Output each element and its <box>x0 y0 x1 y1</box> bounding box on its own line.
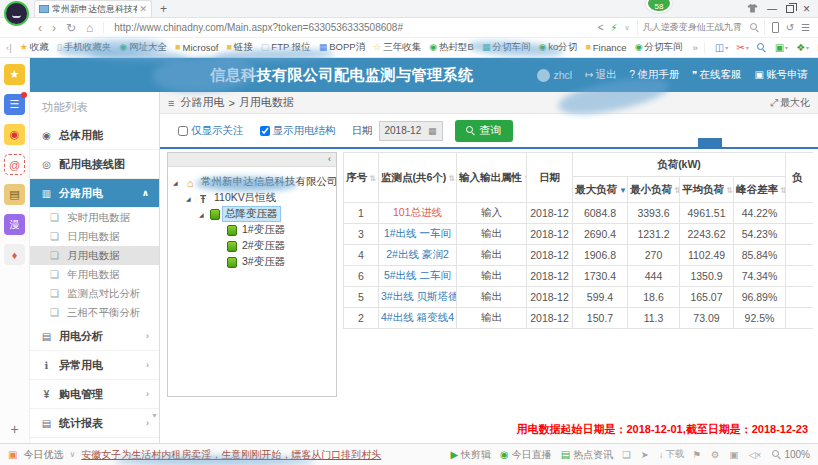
extension-icon[interactable]: ▣ ▾ <box>775 42 788 53</box>
close-icon[interactable]: × <box>803 2 810 16</box>
menu-icon[interactable]: ☰ <box>801 22 810 33</box>
col-rate[interactable]: 峰谷差率⇅ <box>734 177 786 203</box>
sidebar-app-icon[interactable]: 漫 <box>4 214 25 235</box>
boost-icon[interactable]: ⚡ <box>610 22 617 33</box>
speed-badge[interactable]: 58 <box>646 0 672 13</box>
col-seq[interactable]: 序号⇅ <box>344 153 379 203</box>
bookmark-item[interactable]: ◉ 热封型B <box>425 41 478 54</box>
chevron-down-icon[interactable]: ∨ <box>625 24 630 32</box>
skin-icon[interactable] <box>747 4 758 13</box>
table-row[interactable]: 3 1#出线 一车间 输出 2018-12 2690.4 1231.2 2243… <box>344 224 814 245</box>
status-feature-link[interactable]: ◉ 今日直播 <box>500 448 552 462</box>
date-input[interactable]: 2018-12 ▦ <box>379 121 443 141</box>
gift-icon[interactable]: ▣ <box>8 449 17 460</box>
bookmark-item[interactable]: ◉ 网址大全 <box>115 41 171 54</box>
maximize-button[interactable]: ⤢ 最大化 <box>770 96 810 110</box>
tree-caret-icon[interactable]: ◢ <box>173 179 181 186</box>
tree-collapse-bar[interactable]: ‹ <box>168 153 336 167</box>
bookmark-item[interactable]: ■ 链接 <box>222 41 256 54</box>
query-button[interactable]: 查询 <box>455 120 513 142</box>
extension-icon[interactable]: ✂ ▾ <box>736 42 748 53</box>
sidebar-app-icon[interactable]: ◉ <box>4 124 25 145</box>
bookmark-item[interactable]: ▢ FTP 报位 <box>257 41 315 54</box>
ticker-toggle-icon[interactable]: ∨ <box>69 450 75 459</box>
tree-node[interactable]: ◢ 总降变压器 <box>171 206 333 222</box>
sidebar-menu-item[interactable]: ❏ 监测点对比分析 <box>30 284 159 303</box>
bookmark-item[interactable]: ★ 收藏 <box>16 41 53 54</box>
bookmark-item[interactable]: ▦ BOPP消 <box>315 41 369 54</box>
status-tool-icon[interactable]: ↓ 下载 <box>659 448 685 461</box>
add-app-icon[interactable]: + <box>10 421 18 437</box>
monitor-point-link[interactable]: 4#出线 箱变线4 <box>379 308 457 329</box>
data-tab[interactable] <box>770 138 794 147</box>
tree-caret-icon[interactable]: ◢ <box>199 211 207 218</box>
service-link[interactable]: ❞在线客服 <box>692 68 741 82</box>
bookmark-item[interactable]: ■ Finance <box>581 42 630 53</box>
extension-icon[interactable] <box>757 43 767 52</box>
data-tab[interactable] <box>698 138 722 147</box>
sidebar-app-icon[interactable]: ♦ <box>4 244 25 265</box>
url-field[interactable]: http://www.chinadny.com/Main.aspx?token=… <box>103 22 597 33</box>
tab-close-icon[interactable]: ✕ <box>139 4 147 14</box>
back-icon[interactable]: ‹ <box>38 21 42 35</box>
data-tab[interactable] <box>746 138 770 147</box>
sidebar-menu-item[interactable]: ▥ 分路用电 ∧ <box>30 179 159 208</box>
col-avg[interactable]: 平均负荷⇅ <box>680 177 734 203</box>
col-max[interactable]: 最大负荷▼ <box>573 177 628 203</box>
monitor-point-link[interactable]: 2#出线 豪润2 <box>379 245 457 266</box>
minimize-icon[interactable]: — <box>767 3 777 14</box>
account-link[interactable]: ▣账号申请 <box>755 68 808 82</box>
show-structure-checkbox-input[interactable] <box>260 126 270 136</box>
browser-avatar[interactable] <box>4 1 29 26</box>
sidebar-menu-item[interactable]: ❏ 年用电数据 <box>30 265 159 284</box>
logout-link[interactable]: ↦退出 <box>585 68 616 82</box>
table-row[interactable]: 5 3#出线 贝斯塔德3 输出 2018-12 599.4 18.6 165.0… <box>344 287 814 308</box>
reload-icon[interactable]: ↻ <box>66 21 76 35</box>
mobile-icon[interactable] <box>772 22 779 33</box>
bookmark-item[interactable]: ◉ 分切车间 <box>631 41 687 54</box>
bookmark-item[interactable]: ■ Microsof <box>171 42 222 53</box>
monitor-point-link[interactable]: 5#出线 二车间 <box>379 266 457 287</box>
tree-node[interactable]: ◢ 110KV吕恒线 <box>171 190 333 206</box>
tree-node[interactable]: 3#变压器 <box>171 254 333 270</box>
sidebar-menu-item[interactable]: ◎ 配用电接线图 <box>30 150 159 179</box>
status-tool-icon[interactable]: ▣ <box>730 448 741 461</box>
tree-node[interactable]: 2#变压器 <box>171 238 333 254</box>
col-min[interactable]: 最小负荷⇅ <box>628 177 680 203</box>
status-tool-icon[interactable]: ❏ <box>622 448 633 461</box>
col-extra[interactable]: 负 <box>786 153 814 203</box>
search-input[interactable]: 凡人逆袭变身仙王战九霄 <box>637 20 765 35</box>
home-icon[interactable]: ⌂ <box>86 21 93 35</box>
status-feature-link[interactable]: ▤ 热点资讯 <box>561 448 613 462</box>
sidebar-app-icon[interactable]: @ <box>4 154 25 175</box>
table-row[interactable]: 1 101总进线 输入 2018-12 6084.8 3393.6 4961.5… <box>344 203 814 224</box>
bookmark-item[interactable]: ◉ ko分切 <box>534 41 581 54</box>
sidebar-menu-item[interactable]: ❏ 月用电数据 <box>30 246 159 265</box>
bookmarks-collapse-icon[interactable]: ‹| <box>6 42 12 53</box>
share-icon[interactable]: < <box>598 22 604 33</box>
status-tool-icon[interactable]: ➤ <box>641 448 651 461</box>
breadcrumb-section[interactable]: 分路用电 <box>180 95 224 110</box>
news-ticker-link[interactable]: 安徽女子为生活村内租房卖淫，生意刚刚开始，嫖客从门口排到村头 <box>81 448 381 462</box>
bookmark-item[interactable]: ▦ 分切车间 <box>478 41 535 54</box>
bookmark-item[interactable]: ☆ 三年收集 <box>369 41 425 54</box>
sidebar-menu-item[interactable]: ℹ 异常用电 › <box>30 351 159 380</box>
show-structure-checkbox[interactable]: 显示用电结构 <box>260 124 336 138</box>
sidebar-menu-item[interactable]: ▤ 用电分析 › <box>30 322 159 351</box>
tree-node[interactable]: ◢ 常州新申达信息科技有限公司 <box>171 174 333 190</box>
table-row[interactable]: 6 5#出线 二车间 输出 2018-12 1730.4 444 1350.9 … <box>344 266 814 287</box>
bookmarks-overflow-icon[interactable]: » <box>688 42 701 53</box>
col-io[interactable]: 输入输出属性⇅ <box>457 153 527 203</box>
monitor-point-link[interactable]: 3#出线 贝斯塔德3 <box>379 287 457 308</box>
monitor-point-link[interactable]: 1#出线 一车间 <box>379 224 457 245</box>
status-tool-icon[interactable]: ◁× <box>749 448 764 461</box>
tree-caret-icon[interactable]: ◢ <box>186 195 194 202</box>
sidebar-app-icon[interactable]: ★ <box>4 64 25 85</box>
sidebar-toggle-icon[interactable]: ≡ <box>168 97 174 109</box>
sidebar-menu-item[interactable]: ❏ 日用电数据 <box>30 227 159 246</box>
user-menu[interactable]: zhcl <box>537 69 573 82</box>
extension-icon[interactable]: ❖ ▾ <box>796 42 809 53</box>
col-date[interactable]: 日期 <box>527 153 573 203</box>
menu-scrollbar-arrow[interactable]: ▼ <box>151 412 158 419</box>
bookmark-item[interactable]: ▯ 手机收藏夹 <box>53 41 115 54</box>
